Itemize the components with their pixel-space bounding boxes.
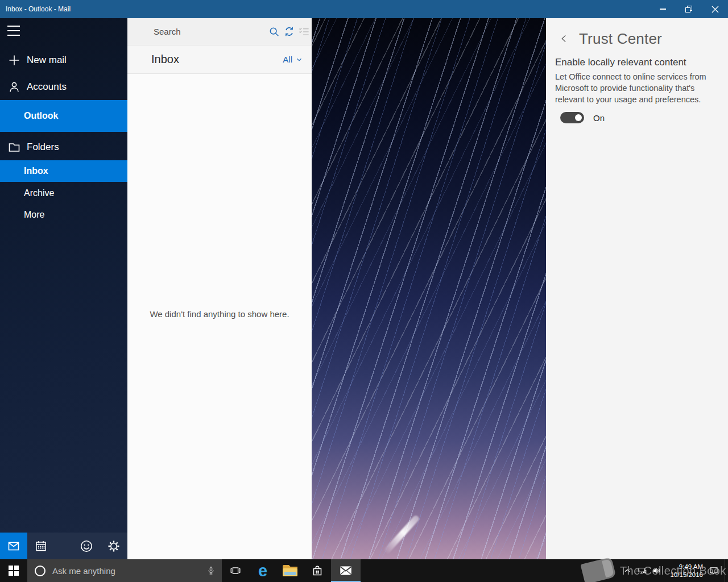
system-tray: 9:49 AM 10/15/2016: [620, 559, 728, 582]
sidebar-bottom-spacer: [55, 533, 73, 559]
chevron-down-icon: [296, 56, 303, 63]
star-trail-highlight: [383, 514, 420, 555]
sync-icon: [283, 25, 296, 38]
settings-title: Trust Center: [579, 30, 662, 48]
book-logo-icon: [580, 557, 616, 582]
chevron-left-icon: [559, 34, 569, 44]
restore-icon: [685, 6, 692, 13]
taskbar-clock[interactable]: 9:49 AM 10/15/2016: [667, 563, 703, 579]
speaker-icon: [652, 566, 662, 576]
action-center-icon: [709, 566, 719, 576]
calendar-icon: [34, 539, 48, 553]
clock-time: 9:49 AM: [667, 563, 703, 571]
folder-label: Inbox: [0, 166, 48, 176]
restore-button[interactable]: [676, 0, 702, 18]
search-icon: [268, 26, 280, 38]
hamburger-icon: [7, 26, 20, 27]
toggle-row: On: [560, 112, 605, 123]
locally-relevant-content-toggle[interactable]: [560, 112, 584, 123]
minimize-icon: [660, 9, 666, 10]
desktop: Inbox - Outlook - Mail: [0, 0, 728, 582]
sidebar-folder-archive[interactable]: Archive: [0, 183, 127, 203]
accounts-header[interactable]: Accounts: [0, 78, 127, 96]
filter-value: All: [283, 55, 292, 64]
empty-state-text: We didn't find anything to show here.: [127, 309, 312, 319]
toggle-state-label: On: [593, 113, 605, 123]
window-controls: [650, 0, 728, 18]
folders-label: Folders: [27, 142, 59, 153]
edge-icon: e: [258, 563, 267, 579]
store-button[interactable]: [304, 559, 331, 582]
settings-description: Let Office connect to online services fr…: [555, 71, 710, 105]
filter-dropdown[interactable]: All: [283, 55, 312, 64]
chevron-up-icon: [623, 567, 631, 575]
microphone-icon: [206, 566, 216, 576]
reading-pane-wallpaper: [312, 18, 546, 559]
toggle-knob: [575, 114, 582, 121]
person-icon: [7, 80, 21, 94]
start-button[interactable]: [0, 559, 27, 582]
plus-icon: [7, 53, 21, 67]
file-explorer-button[interactable]: [276, 559, 304, 582]
message-list-pane: Inbox All We didn't find anything to sho…: [127, 18, 312, 559]
close-button[interactable]: [702, 0, 728, 18]
taskbar-search-input[interactable]: [46, 559, 206, 582]
folder-label: Archive: [0, 188, 54, 198]
action-center-button[interactable]: [706, 559, 721, 582]
selection-mode-button[interactable]: [297, 18, 312, 45]
store-icon: [311, 564, 324, 577]
settings-header: Trust Center: [546, 28, 728, 49]
show-desktop-button[interactable]: [725, 559, 728, 582]
minimize-button[interactable]: [650, 0, 676, 18]
mail-view-button[interactable]: [0, 533, 27, 559]
folder-label: More: [0, 210, 44, 220]
feedback-button[interactable]: [73, 533, 100, 559]
sidebar-folder-more[interactable]: More: [0, 205, 127, 225]
accounts-label: Accounts: [27, 81, 67, 93]
file-explorer-icon: [283, 565, 297, 576]
sidebar-bottom-bar: [0, 533, 127, 559]
taskbar-search-box[interactable]: [27, 559, 222, 582]
window-title: Inbox - Outlook - Mail: [0, 5, 650, 13]
taskbar: e: [0, 559, 728, 582]
search-button[interactable]: [267, 18, 282, 45]
network-tray-button[interactable]: [635, 559, 650, 582]
mail-icon: [7, 539, 20, 553]
gear-icon: [106, 539, 121, 554]
mail-app-window: New mail Accounts Outlook Folders Inbox: [0, 18, 728, 559]
hamburger-menu-button[interactable]: [7, 26, 21, 36]
windows-logo-icon: [9, 566, 19, 576]
smiley-icon: [79, 539, 94, 554]
folders-header[interactable]: Folders: [0, 138, 127, 156]
new-mail-button[interactable]: New mail: [0, 51, 127, 69]
back-button[interactable]: [557, 32, 571, 45]
cortana-icon: [35, 566, 46, 576]
network-icon: [637, 566, 647, 576]
folder-icon: [7, 140, 21, 154]
new-mail-label: New mail: [27, 55, 67, 66]
task-view-icon: [229, 564, 242, 577]
edge-browser-button[interactable]: e: [249, 559, 276, 582]
sidebar-folder-inbox[interactable]: Inbox: [0, 160, 127, 182]
navigation-sidebar: New mail Accounts Outlook Folders Inbox: [0, 18, 127, 559]
search-input[interactable]: [127, 18, 267, 45]
settings-button[interactable]: [100, 533, 127, 559]
calendar-view-button[interactable]: [27, 533, 55, 559]
sync-button[interactable]: [282, 18, 296, 45]
mail-app-icon: [338, 563, 353, 578]
clock-date: 10/15/2016: [667, 571, 703, 579]
folder-title: Inbox: [127, 53, 283, 66]
volume-tray-button[interactable]: [650, 559, 664, 582]
mail-app-taskbar-button[interactable]: [331, 559, 361, 582]
settings-section-heading: Enable locally relevant content: [555, 57, 719, 68]
tray-expand-button[interactable]: [620, 559, 635, 582]
titlebar: Inbox - Outlook - Mail: [0, 0, 728, 18]
close-icon: [712, 6, 719, 13]
settings-pane: Trust Center Enable locally relevant con…: [546, 18, 728, 559]
account-name: Outlook: [0, 111, 58, 121]
list-header: Inbox All: [127, 45, 312, 74]
select-list-icon: [297, 25, 311, 38]
task-view-button[interactable]: [222, 559, 249, 582]
account-item-outlook[interactable]: Outlook: [0, 100, 127, 132]
search-bar: [127, 18, 312, 45]
